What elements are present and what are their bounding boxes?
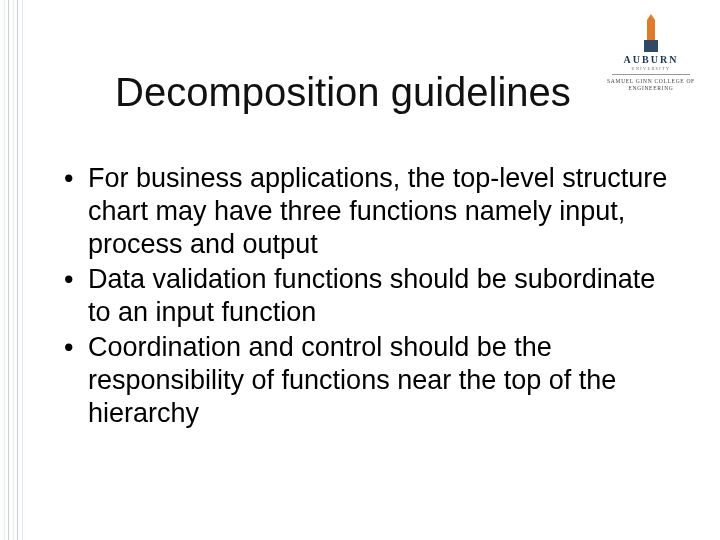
logo-subtitle-university: UNIVERSITY — [606, 66, 696, 71]
logo-name: AUBURN — [606, 54, 696, 65]
bullet-item: Coordination and control should be the r… — [60, 331, 670, 430]
logo-divider — [612, 74, 690, 75]
logo-subtitle-college: SAMUEL GINN COLLEGE OF ENGINEERING — [606, 78, 696, 91]
slide-title: Decomposition guidelines — [115, 70, 571, 115]
tower-icon — [644, 14, 658, 52]
bullet-list: For business applications, the top-level… — [60, 162, 670, 432]
bullet-item: For business applications, the top-level… — [60, 162, 670, 261]
auburn-logo: AUBURN UNIVERSITY SAMUEL GINN COLLEGE OF… — [606, 14, 696, 91]
decorative-left-stripe — [0, 0, 26, 540]
bullet-item: Data validation functions should be subo… — [60, 263, 670, 329]
